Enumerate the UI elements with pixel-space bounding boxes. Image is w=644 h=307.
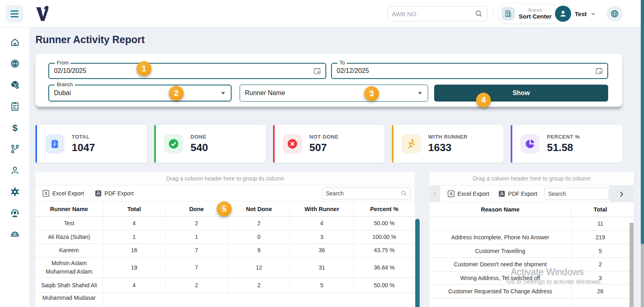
search-icon[interactable] xyxy=(475,10,483,18)
branch-label: Branch xyxy=(528,8,542,13)
branch-selector[interactable]: Branch Sort Center xyxy=(498,4,558,23)
branch-select-value: Dubai xyxy=(54,89,71,97)
group-hint: Drag a column header here to group its c… xyxy=(430,172,634,186)
avatar xyxy=(555,6,571,22)
stat-label: NOT DONE xyxy=(309,134,339,140)
table-row[interactable]: Address Incomplete, Phone No Answer219 xyxy=(430,231,634,245)
table-row[interactable]: Test422450.00 % xyxy=(35,217,415,230)
chevron-left-icon xyxy=(432,191,438,197)
table-scrollbar[interactable] xyxy=(630,223,634,307)
to-date-field[interactable]: To 02/12/2025 xyxy=(331,63,608,79)
user-menu[interactable]: Test xyxy=(555,6,596,22)
shipments-icon[interactable] xyxy=(10,80,20,90)
svg-text:$: $ xyxy=(12,122,17,133)
stat-label: PERCENT % xyxy=(547,134,580,140)
scroll-right-button[interactable] xyxy=(609,186,634,202)
stat-label: DONE xyxy=(191,134,208,140)
chevron-right-icon xyxy=(618,191,625,197)
activate-windows-watermark: Activate Windows xyxy=(511,267,584,278)
runner-name-placeholder: Runner Name xyxy=(245,89,285,97)
v-logo-icon xyxy=(32,3,53,24)
scroll-left-button[interactable] xyxy=(430,186,440,202)
customers-icon[interactable] xyxy=(10,165,20,176)
pie-icon xyxy=(520,134,540,154)
stat-card-not-done: NOT DONE507 xyxy=(273,125,385,163)
pdf-export-button[interactable]: PDF Export xyxy=(498,190,537,197)
table-scrollbar[interactable] xyxy=(415,219,420,307)
finance-icon[interactable]: $ xyxy=(10,122,20,133)
stat-value: 1047 xyxy=(72,141,95,154)
step-badge-3: 3 xyxy=(364,86,379,101)
clipboard-icon xyxy=(45,134,64,154)
column-header[interactable]: Percent % xyxy=(354,201,415,216)
awb-search-input[interactable] xyxy=(392,10,475,17)
table-row[interactable] xyxy=(430,299,634,307)
runner-activity-table: Drag a column header here to group its c… xyxy=(35,172,415,307)
filter-panel: From 02/10/2025 To 02/12/2025 Branch Dub… xyxy=(35,54,622,107)
stat-value: 507 xyxy=(309,141,339,154)
table-row[interactable]: Customer Travelling5 xyxy=(430,245,634,258)
step-badge-4: 4 xyxy=(476,93,491,108)
table-row[interactable]: 11 xyxy=(430,217,634,231)
stat-card-total: TOTAL1047 xyxy=(35,125,147,163)
table-row[interactable]: Customer Requested To Change Address26 xyxy=(430,285,634,299)
calendar-icon[interactable] xyxy=(595,67,603,75)
ai-assistant-icon[interactable]: AI xyxy=(10,229,20,240)
from-date-field[interactable]: From 02/10/2025 xyxy=(48,63,326,79)
page-scrollbar-thumb[interactable] xyxy=(641,0,644,244)
whats-new-icon[interactable]: NEW xyxy=(10,58,20,69)
svg-text:NEW: NEW xyxy=(12,62,18,65)
runner-name-select[interactable]: Runner Name xyxy=(240,85,428,102)
table-row[interactable]: Kareem16793643.75 % xyxy=(35,244,415,257)
stat-label: WITH RUNNER xyxy=(428,134,468,140)
reports-icon[interactable] xyxy=(10,101,20,112)
excel-export-button[interactable]: X Excel Export xyxy=(447,190,489,197)
show-button[interactable]: Show xyxy=(434,85,608,102)
hamburger-icon xyxy=(10,10,19,12)
step-badge-5: 5 xyxy=(217,201,232,216)
table-row[interactable]: Saqib Shah Shahid Ali422550.00 % xyxy=(35,278,415,293)
column-header[interactable]: Total xyxy=(103,201,166,216)
stat-card-done: DONE540 xyxy=(154,125,266,163)
language-button[interactable] xyxy=(607,6,623,22)
table-search-input[interactable] xyxy=(548,191,605,197)
column-header[interactable]: With Runner xyxy=(290,201,354,216)
calendar-icon[interactable] xyxy=(313,67,321,75)
stat-card-with-runner: WITH RUNNER1633 xyxy=(392,125,503,163)
app-logo xyxy=(32,3,53,24)
user-name: Test xyxy=(575,10,587,17)
column-header[interactable]: Total xyxy=(571,202,630,217)
column-header[interactable]: Not Done xyxy=(228,201,290,216)
settings-icon[interactable] xyxy=(10,187,20,197)
table-search-input[interactable] xyxy=(326,190,401,197)
excel-export-button[interactable]: X Excel Export xyxy=(42,190,84,197)
column-header[interactable]: Reason Name xyxy=(430,202,571,217)
stat-value: 51.58 xyxy=(547,141,580,154)
stat-card-percent: PERCENT %51.58 xyxy=(511,125,622,163)
table-row[interactable]: Mohsin Aslam Muhammad Aslam197123136.84 … xyxy=(35,257,415,278)
excel-icon: X xyxy=(447,190,455,197)
table-row[interactable]: Ali Raza (Sultan)1103100.00 % xyxy=(35,230,415,244)
branch-select[interactable]: Branch Dubai xyxy=(48,85,232,102)
svg-text:X: X xyxy=(450,192,453,196)
reason-table: Drag a column header here to group its c… xyxy=(430,172,634,307)
column-header[interactable]: Runner Name xyxy=(35,201,103,216)
branch-select-label: Branch xyxy=(55,82,75,87)
stat-value: 540 xyxy=(191,141,208,154)
support-agent-icon[interactable] xyxy=(10,208,20,218)
table-row[interactable]: Muhammad Mudasar xyxy=(35,293,415,307)
building-icon xyxy=(501,7,515,21)
topbar-divider xyxy=(493,8,493,19)
pdf-export-button[interactable]: PDF Export xyxy=(95,190,134,197)
table-toolbar: X Excel Export PDF Export xyxy=(430,186,634,202)
page-scrollbar[interactable] xyxy=(641,0,644,307)
pdf-icon xyxy=(95,190,102,197)
to-label: To xyxy=(338,60,347,66)
menu-toggle-button[interactable] xyxy=(6,5,23,23)
stat-value: 1633 xyxy=(428,141,468,154)
table-search xyxy=(322,187,411,199)
stat-label: TOTAL xyxy=(72,134,95,140)
excel-icon: X xyxy=(42,190,50,197)
workflow-icon[interactable] xyxy=(10,144,20,154)
home-icon[interactable] xyxy=(10,37,20,48)
